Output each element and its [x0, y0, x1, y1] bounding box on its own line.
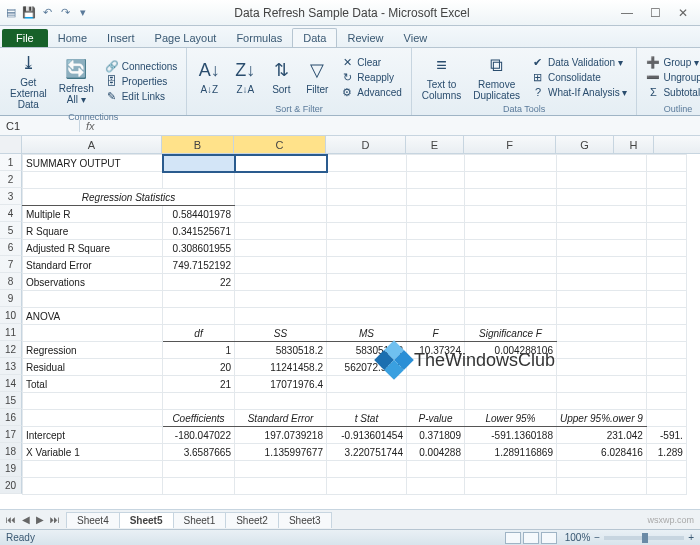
cell-F7[interactable]	[465, 257, 557, 274]
cell-H13[interactable]	[646, 359, 686, 376]
cell-F15[interactable]	[465, 393, 557, 410]
cell-B4[interactable]: 0.584401978	[163, 206, 235, 223]
cell-G15[interactable]	[557, 393, 647, 410]
cell-E9[interactable]	[407, 291, 465, 308]
col-header-H[interactable]: H	[614, 136, 654, 153]
sort-asc-button[interactable]: A↓A↓Z	[193, 57, 225, 97]
row-header-15[interactable]: 15	[0, 392, 22, 409]
cell-G8[interactable]	[557, 274, 647, 291]
cell-H5[interactable]	[646, 223, 686, 240]
cell-E19[interactable]	[407, 461, 465, 478]
cell-C12[interactable]: 5830518.2	[235, 342, 327, 359]
cell-G9[interactable]	[557, 291, 647, 308]
cell-E17[interactable]: 0.371809	[407, 427, 465, 444]
cell-A13[interactable]: Residual	[23, 359, 163, 376]
row-header-4[interactable]: 4	[0, 205, 22, 222]
cell-A1[interactable]: SUMMARY OUTPUT	[23, 155, 163, 172]
cell-D6[interactable]	[327, 240, 407, 257]
cell-A9[interactable]	[23, 291, 163, 308]
cell-G7[interactable]	[557, 257, 647, 274]
cell-D12[interactable]: 5830518.2	[327, 342, 407, 359]
cell-F10[interactable]	[465, 308, 557, 325]
cell-G1[interactable]	[557, 155, 647, 172]
cell-C19[interactable]	[235, 461, 327, 478]
consolidate-button[interactable]: ⊞Consolidate	[528, 70, 630, 84]
cell-E4[interactable]	[407, 206, 465, 223]
cell-H6[interactable]	[646, 240, 686, 257]
subtotal-button[interactable]: ΣSubtotal	[643, 85, 700, 99]
tab-formulas[interactable]: Formulas	[226, 29, 292, 47]
cell-H7[interactable]	[646, 257, 686, 274]
sort-button[interactable]: ⇅Sort	[265, 57, 297, 97]
cell-H10[interactable]	[646, 308, 686, 325]
close-button[interactable]: ✕	[670, 4, 696, 22]
cell-F1[interactable]	[465, 155, 557, 172]
cell-G2[interactable]	[557, 172, 647, 189]
cell-F18[interactable]: 1.289116869	[465, 444, 557, 461]
cell-E7[interactable]	[407, 257, 465, 274]
cell-C13[interactable]: 11241458.2	[235, 359, 327, 376]
row-header-18[interactable]: 18	[0, 443, 22, 460]
cell-B9[interactable]	[163, 291, 235, 308]
cell-A17[interactable]: Intercept	[23, 427, 163, 444]
cell-C14[interactable]: 17071976.4	[235, 376, 327, 393]
cell-A19[interactable]	[23, 461, 163, 478]
zoom-slider[interactable]: 100%−+	[565, 532, 694, 543]
cell-E8[interactable]	[407, 274, 465, 291]
col-header-A[interactable]: A	[22, 136, 162, 153]
text-to-columns-button[interactable]: ≡Text toColumns	[418, 52, 465, 103]
cell-E14[interactable]	[407, 376, 465, 393]
data-validation-button[interactable]: ✔Data Validation ▾	[528, 55, 630, 69]
sheet-tab-sheet5[interactable]: Sheet5	[119, 512, 174, 528]
cell-D5[interactable]	[327, 223, 407, 240]
cell-B1[interactable]	[163, 155, 235, 172]
cell-B14[interactable]: 21	[163, 376, 235, 393]
cell-E15[interactable]	[407, 393, 465, 410]
properties-button[interactable]: 🗄Properties	[102, 74, 181, 88]
cell-C6[interactable]	[235, 240, 327, 257]
view-buttons[interactable]	[505, 532, 557, 544]
cell-A5[interactable]: R Square	[23, 223, 163, 240]
get-external-data-button[interactable]: ⤓Get ExternalData	[6, 50, 51, 112]
cell-A7[interactable]: Standard Error	[23, 257, 163, 274]
cell-F3[interactable]	[465, 189, 557, 206]
cell-B11[interactable]: df	[163, 325, 235, 342]
name-box[interactable]: C1	[0, 120, 80, 132]
sheet-tab-sheet4[interactable]: Sheet4	[66, 512, 120, 528]
sheet-tab-sheet1[interactable]: Sheet1	[173, 512, 227, 528]
cell-F5[interactable]	[465, 223, 557, 240]
cell-G17[interactable]: 231.042	[557, 427, 647, 444]
cell-D14[interactable]	[327, 376, 407, 393]
cell-G19[interactable]	[557, 461, 647, 478]
cell-D17[interactable]: -0.913601454	[327, 427, 407, 444]
col-header-G[interactable]: G	[556, 136, 614, 153]
cell-F14[interactable]	[465, 376, 557, 393]
tab-review[interactable]: Review	[337, 29, 393, 47]
cell-D3[interactable]	[327, 189, 407, 206]
group-button[interactable]: ➕Group ▾	[643, 55, 700, 69]
cell-G11[interactable]	[557, 325, 647, 342]
cell-A14[interactable]: Total	[23, 376, 163, 393]
cell-G5[interactable]	[557, 223, 647, 240]
cell-D18[interactable]: 3.220751744	[327, 444, 407, 461]
cell-D7[interactable]	[327, 257, 407, 274]
cell-D19[interactable]	[327, 461, 407, 478]
cell-E13[interactable]	[407, 359, 465, 376]
cell-G4[interactable]	[557, 206, 647, 223]
cell-C7[interactable]	[235, 257, 327, 274]
row-header-19[interactable]: 19	[0, 460, 22, 477]
cell-D1[interactable]	[327, 155, 407, 172]
maximize-button[interactable]: ☐	[642, 4, 668, 22]
cell-H2[interactable]	[646, 172, 686, 189]
cell-A10[interactable]: ANOVA	[23, 308, 163, 325]
cell-B18[interactable]: 3.6587665	[163, 444, 235, 461]
cell-C9[interactable]	[235, 291, 327, 308]
fx-icon[interactable]: fx	[80, 120, 101, 132]
tab-insert[interactable]: Insert	[97, 29, 145, 47]
row-header-13[interactable]: 13	[0, 358, 22, 375]
cell-B2[interactable]	[163, 172, 235, 189]
cell-E3[interactable]	[407, 189, 465, 206]
cell-H1[interactable]	[646, 155, 686, 172]
row-header-20[interactable]: 20	[0, 477, 22, 494]
cell-B20[interactable]	[163, 478, 235, 495]
